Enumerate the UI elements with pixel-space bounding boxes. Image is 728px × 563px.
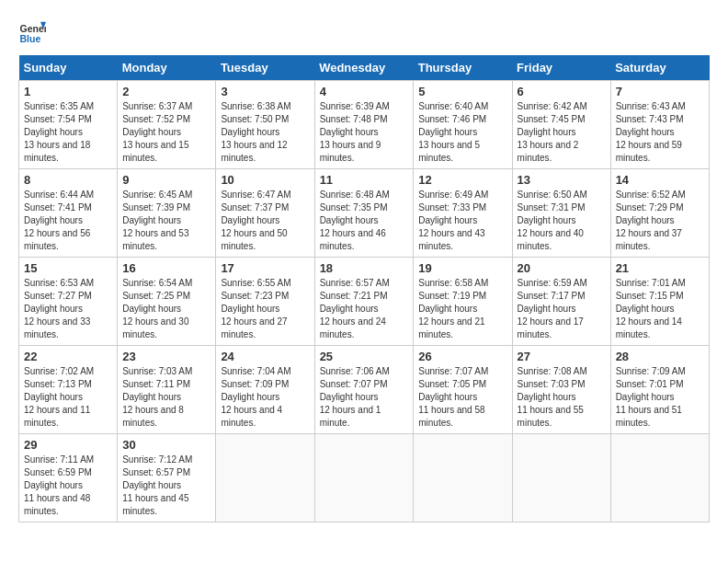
day-detail: Sunrise: 6:40 AMSunset: 7:46 PMDaylight …: [418, 101, 488, 163]
day-number: 13: [518, 173, 606, 187]
day-number: 16: [122, 261, 210, 275]
day-number: 20: [518, 261, 606, 275]
calendar-body: 1 Sunrise: 6:35 AMSunset: 7:54 PMDayligh…: [19, 81, 710, 523]
calendar-cell: 17 Sunrise: 6:55 AMSunset: 7:23 PMDaylig…: [216, 258, 314, 346]
calendar-cell: 23 Sunrise: 7:03 AMSunset: 7:11 PMDaylig…: [118, 346, 216, 434]
calendar-week-2: 8 Sunrise: 6:44 AMSunset: 7:41 PMDayligh…: [19, 169, 710, 258]
day-detail: Sunrise: 6:49 AMSunset: 7:33 PMDaylight …: [418, 190, 488, 251]
day-detail: Sunrise: 6:44 AMSunset: 7:41 PMDaylight …: [24, 190, 94, 251]
calendar-cell: 29 Sunrise: 7:11 AMSunset: 6:59 PMDaylig…: [19, 434, 118, 523]
day-number: 12: [418, 173, 506, 187]
day-detail: Sunrise: 6:55 AMSunset: 7:23 PMDaylight …: [221, 278, 290, 339]
day-number: 2: [122, 85, 210, 98]
day-detail: Sunrise: 7:09 AMSunset: 7:01 PMDaylight …: [616, 366, 686, 428]
day-number: 6: [518, 85, 606, 98]
calendar-cell: 27 Sunrise: 7:08 AMSunset: 7:03 PMDaylig…: [512, 346, 610, 434]
day-number: 9: [122, 173, 210, 187]
calendar-week-3: 15 Sunrise: 6:53 AMSunset: 7:27 PMDaylig…: [19, 258, 710, 346]
day-detail: Sunrise: 6:59 AMSunset: 7:17 PMDaylight …: [518, 278, 587, 339]
day-number: 15: [24, 261, 112, 275]
day-number: 21: [616, 261, 704, 275]
day-detail: Sunrise: 6:58 AMSunset: 7:19 PMDaylight …: [418, 278, 488, 339]
calendar-cell: 15 Sunrise: 6:53 AMSunset: 7:27 PMDaylig…: [19, 258, 118, 346]
calendar-cell: 1 Sunrise: 6:35 AMSunset: 7:54 PMDayligh…: [19, 81, 118, 169]
day-number: 29: [24, 438, 112, 452]
calendar-cell: 10 Sunrise: 6:47 AMSunset: 7:37 PMDaylig…: [216, 169, 314, 258]
day-number: 10: [221, 173, 309, 187]
day-detail: Sunrise: 6:47 AMSunset: 7:37 PMDaylight …: [221, 190, 290, 251]
day-detail: Sunrise: 7:12 AMSunset: 6:57 PMDaylight …: [122, 454, 192, 516]
day-number: 8: [24, 173, 112, 187]
day-detail: Sunrise: 6:43 AMSunset: 7:43 PMDaylight …: [616, 101, 686, 163]
day-number: 22: [24, 350, 112, 363]
day-number: 4: [320, 85, 409, 98]
day-number: 3: [221, 85, 309, 98]
day-detail: Sunrise: 6:52 AMSunset: 7:29 PMDaylight …: [616, 190, 686, 251]
logo-icon: General Blue: [18, 18, 46, 46]
calendar-cell: 7 Sunrise: 6:43 AMSunset: 7:43 PMDayligh…: [610, 81, 709, 169]
weekday-header-wednesday: Wednesday: [314, 55, 414, 81]
weekday-header-saturday: Saturday: [610, 55, 709, 81]
day-detail: Sunrise: 7:04 AMSunset: 7:09 PMDaylight …: [221, 366, 290, 428]
weekday-header-row: SundayMondayTuesdayWednesdayThursdayFrid…: [19, 55, 710, 81]
calendar-cell: [314, 434, 414, 523]
day-number: 5: [418, 85, 506, 98]
day-detail: Sunrise: 6:39 AMSunset: 7:48 PMDaylight …: [320, 101, 390, 163]
calendar-cell: 4 Sunrise: 6:39 AMSunset: 7:48 PMDayligh…: [314, 81, 414, 169]
weekday-header-tuesday: Tuesday: [216, 55, 314, 81]
day-number: 23: [122, 350, 210, 363]
calendar-cell: 5 Sunrise: 6:40 AMSunset: 7:46 PMDayligh…: [414, 81, 512, 169]
logo: General Blue: [18, 18, 46, 46]
calendar-cell: 28 Sunrise: 7:09 AMSunset: 7:01 PMDaylig…: [610, 346, 709, 434]
calendar-week-1: 1 Sunrise: 6:35 AMSunset: 7:54 PMDayligh…: [19, 81, 710, 169]
day-detail: Sunrise: 7:01 AMSunset: 7:15 PMDaylight …: [616, 278, 686, 339]
day-detail: Sunrise: 6:48 AMSunset: 7:35 PMDaylight …: [320, 190, 390, 251]
calendar-cell: [414, 434, 512, 523]
weekday-header-friday: Friday: [512, 55, 610, 81]
day-detail: Sunrise: 7:07 AMSunset: 7:05 PMDaylight …: [418, 366, 488, 428]
calendar-cell: 26 Sunrise: 7:07 AMSunset: 7:05 PMDaylig…: [414, 346, 512, 434]
day-detail: Sunrise: 6:42 AMSunset: 7:45 PMDaylight …: [518, 101, 587, 163]
day-detail: Sunrise: 7:08 AMSunset: 7:03 PMDaylight …: [518, 366, 587, 428]
calendar-cell: 24 Sunrise: 7:04 AMSunset: 7:09 PMDaylig…: [216, 346, 314, 434]
day-detail: Sunrise: 6:45 AMSunset: 7:39 PMDaylight …: [122, 190, 192, 251]
day-number: 19: [418, 261, 506, 275]
day-detail: Sunrise: 6:53 AMSunset: 7:27 PMDaylight …: [24, 278, 94, 339]
day-number: 17: [221, 261, 309, 275]
calendar-table: SundayMondayTuesdayWednesdayThursdayFrid…: [18, 55, 710, 523]
day-detail: Sunrise: 6:35 AMSunset: 7:54 PMDaylight …: [24, 101, 94, 163]
day-detail: Sunrise: 6:57 AMSunset: 7:21 PMDaylight …: [320, 278, 390, 339]
calendar-cell: [216, 434, 314, 523]
weekday-header-monday: Monday: [118, 55, 216, 81]
day-number: 24: [221, 350, 309, 363]
calendar-cell: 30 Sunrise: 7:12 AMSunset: 6:57 PMDaylig…: [118, 434, 216, 523]
weekday-header-sunday: Sunday: [19, 55, 118, 81]
weekday-header-thursday: Thursday: [414, 55, 512, 81]
svg-text:Blue: Blue: [20, 33, 41, 44]
day-detail: Sunrise: 6:38 AMSunset: 7:50 PMDaylight …: [221, 101, 290, 163]
day-number: 11: [320, 173, 409, 187]
calendar-cell: [610, 434, 709, 523]
calendar-week-5: 29 Sunrise: 7:11 AMSunset: 6:59 PMDaylig…: [19, 434, 710, 523]
day-number: 18: [320, 261, 409, 275]
day-number: 1: [24, 85, 112, 98]
calendar-cell: 22 Sunrise: 7:02 AMSunset: 7:13 PMDaylig…: [19, 346, 118, 434]
day-number: 25: [320, 350, 409, 363]
day-number: 30: [122, 438, 210, 452]
calendar-cell: 16 Sunrise: 6:54 AMSunset: 7:25 PMDaylig…: [118, 258, 216, 346]
page-header: General Blue: [18, 18, 710, 46]
day-detail: Sunrise: 6:54 AMSunset: 7:25 PMDaylight …: [122, 278, 192, 339]
day-detail: Sunrise: 7:11 AMSunset: 6:59 PMDaylight …: [24, 454, 94, 516]
calendar-cell: 6 Sunrise: 6:42 AMSunset: 7:45 PMDayligh…: [512, 81, 610, 169]
day-number: 14: [616, 173, 704, 187]
day-detail: Sunrise: 6:50 AMSunset: 7:31 PMDaylight …: [518, 190, 587, 251]
day-detail: Sunrise: 6:37 AMSunset: 7:52 PMDaylight …: [122, 101, 192, 163]
calendar-cell: 25 Sunrise: 7:06 AMSunset: 7:07 PMDaylig…: [314, 346, 414, 434]
calendar-cell: 3 Sunrise: 6:38 AMSunset: 7:50 PMDayligh…: [216, 81, 314, 169]
calendar-cell: 20 Sunrise: 6:59 AMSunset: 7:17 PMDaylig…: [512, 258, 610, 346]
calendar-cell: [512, 434, 610, 523]
day-detail: Sunrise: 7:02 AMSunset: 7:13 PMDaylight …: [24, 366, 94, 428]
calendar-cell: 2 Sunrise: 6:37 AMSunset: 7:52 PMDayligh…: [118, 81, 216, 169]
calendar-week-4: 22 Sunrise: 7:02 AMSunset: 7:13 PMDaylig…: [19, 346, 710, 434]
calendar-cell: 18 Sunrise: 6:57 AMSunset: 7:21 PMDaylig…: [314, 258, 414, 346]
